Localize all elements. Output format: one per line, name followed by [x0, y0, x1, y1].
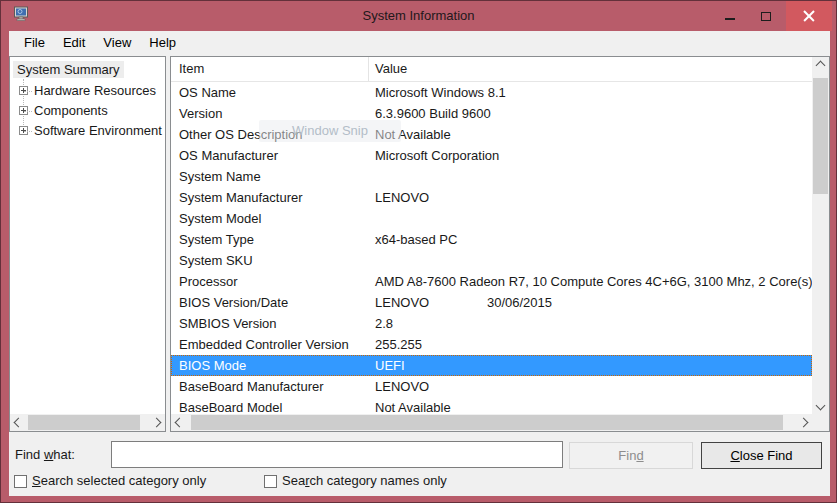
maximize-icon — [761, 12, 771, 21]
value-cell: 255.255 — [369, 334, 812, 355]
scroll-left-button[interactable] — [10, 414, 27, 431]
search-selected-category-checkbox[interactable] — [14, 475, 27, 488]
table-row[interactable]: Embedded Controller Version255.255 — [171, 334, 812, 355]
table-row[interactable]: SMBIOS Version2.8 — [171, 313, 812, 334]
value-cell: LENOVO 30/06/2015 — [369, 292, 812, 313]
tree-item-hardware-resources[interactable]: Hardware Resources — [34, 81, 156, 101]
scrollbar-thumb[interactable] — [813, 78, 828, 194]
item-cell: BIOS Version/Date — [171, 292, 369, 313]
table-row[interactable]: OS ManufacturerMicrosoft Corporation — [171, 145, 812, 166]
titlebar[interactable]: System Information — [1, 1, 836, 31]
item-cell: Processor — [171, 271, 369, 292]
table-row[interactable]: BaseBoard ModelNot Available — [171, 397, 812, 414]
window-title: System Information — [1, 8, 836, 23]
category-tree-pane: System Summary Hardware ResourcesCompone… — [9, 56, 166, 432]
table-row[interactable]: System ManufacturerLENOVO — [171, 187, 812, 208]
menu-item-help[interactable]: Help — [140, 33, 185, 52]
tree-connector-line — [24, 91, 32, 92]
item-cell: BIOS Mode — [171, 355, 369, 376]
item-cell: OS Manufacturer — [171, 145, 369, 166]
system-information-window: System Information FileEditViewHelp Syst… — [0, 0, 837, 503]
search-selected-category-label[interactable]: Search selected category only — [32, 473, 206, 488]
close-button[interactable] — [786, 1, 832, 31]
chevron-right-icon — [799, 418, 809, 428]
table-row[interactable]: BIOS ModeUEFI — [171, 355, 812, 376]
table-row[interactable]: ProcessorAMD A8-7600 Radeon R7, 10 Compu… — [171, 271, 812, 292]
snip-ghost-overlay: Window Snip — [259, 120, 401, 142]
item-cell: BaseBoard Manufacturer — [171, 376, 369, 397]
item-cell: System Model — [171, 208, 369, 229]
chevron-down-icon — [816, 401, 826, 411]
value-cell: UEFI — [369, 355, 812, 376]
chevron-left-icon — [175, 418, 185, 428]
chevron-up-icon — [816, 61, 826, 71]
table-row[interactable]: System Model — [171, 208, 812, 229]
close-icon — [803, 10, 815, 22]
list-header: Item Value — [171, 57, 812, 82]
search-category-names-label[interactable]: Search category names only — [282, 473, 447, 488]
chevron-right-icon — [152, 418, 162, 428]
scroll-left-button[interactable] — [171, 414, 188, 431]
menu-item-file[interactable]: File — [15, 33, 54, 52]
scrollbar-thumb[interactable] — [191, 415, 783, 430]
item-cell: SMBIOS Version — [171, 313, 369, 334]
scroll-down-button[interactable] — [812, 397, 829, 414]
value-cell: 2.8 — [369, 313, 812, 334]
item-cell: System Manufacturer — [171, 187, 369, 208]
value-cell: LENOVO — [369, 187, 812, 208]
search-category-names-checkbox[interactable] — [264, 475, 277, 488]
find-button[interactable]: Find — [569, 442, 693, 469]
search-options-row: Search selected category only Search cat… — [9, 473, 830, 495]
vertical-scrollbar[interactable] — [812, 57, 829, 414]
table-row[interactable]: System SKU — [171, 250, 812, 271]
value-cell: Microsoft Windows 8.1 — [369, 82, 812, 103]
menu-item-edit[interactable]: Edit — [54, 33, 94, 52]
tree-item-software-environment[interactable]: Software Environment — [34, 121, 162, 141]
tree-horizontal-scrollbar[interactable] — [10, 414, 165, 431]
value-cell: 6.3.9600 Build 9600 — [369, 103, 812, 124]
value-cell: LENOVO — [369, 376, 812, 397]
minimize-button[interactable] — [713, 1, 747, 31]
item-cell: OS Name — [171, 82, 369, 103]
minimize-icon — [725, 18, 735, 20]
scroll-right-button[interactable] — [795, 414, 812, 431]
item-cell: System Name — [171, 166, 369, 187]
value-cell: Microsoft Corporation — [369, 145, 812, 166]
find-what-label: Find what: — [15, 447, 75, 462]
value-cell — [369, 166, 812, 187]
chevron-left-icon — [14, 418, 24, 428]
tree-connector-line — [24, 111, 32, 112]
tree-item-system-summary[interactable]: System Summary — [13, 61, 124, 78]
scroll-up-button[interactable] — [812, 57, 829, 74]
client-area: FileEditViewHelp System Summary Hardware… — [9, 31, 830, 496]
scroll-right-button[interactable] — [148, 414, 165, 431]
value-cell — [369, 208, 812, 229]
column-header-value[interactable]: Value — [369, 57, 812, 81]
item-cell: System Type — [171, 229, 369, 250]
tree-item-components[interactable]: Components — [34, 101, 108, 121]
item-cell: System SKU — [171, 250, 369, 271]
scrollbar-corner — [812, 414, 829, 431]
tree-connector-line — [24, 131, 32, 132]
item-cell: Embedded Controller Version — [171, 334, 369, 355]
menu-item-view[interactable]: View — [94, 33, 140, 52]
table-row[interactable]: System Name — [171, 166, 812, 187]
scrollbar-thumb[interactable] — [28, 415, 140, 430]
table-row[interactable]: OS NameMicrosoft Windows 8.1 — [171, 82, 812, 103]
value-cell: AMD A8-7600 Radeon R7, 10 Compute Cores … — [369, 271, 812, 292]
value-cell: Not Available — [369, 397, 812, 414]
value-cell — [369, 250, 812, 271]
table-row[interactable]: System Typex64-based PC — [171, 229, 812, 250]
close-find-button[interactable]: Close Find — [701, 442, 822, 469]
table-row[interactable]: BaseBoard ManufacturerLENOVO — [171, 376, 812, 397]
value-cell: Not Available — [369, 124, 812, 145]
details-list-pane: Item Value OS NameMicrosoft Windows 8.1V… — [170, 56, 830, 432]
item-cell: BaseBoard Model — [171, 397, 369, 414]
table-row[interactable]: BIOS Version/DateLENOVO 30/06/2015 — [171, 292, 812, 313]
list-horizontal-scrollbar[interactable] — [171, 414, 812, 431]
maximize-button[interactable] — [749, 1, 783, 31]
menu-bar: FileEditViewHelp — [9, 31, 830, 53]
value-cell: x64-based PC — [369, 229, 812, 250]
column-header-item[interactable]: Item — [171, 57, 369, 81]
find-input[interactable] — [111, 441, 563, 468]
